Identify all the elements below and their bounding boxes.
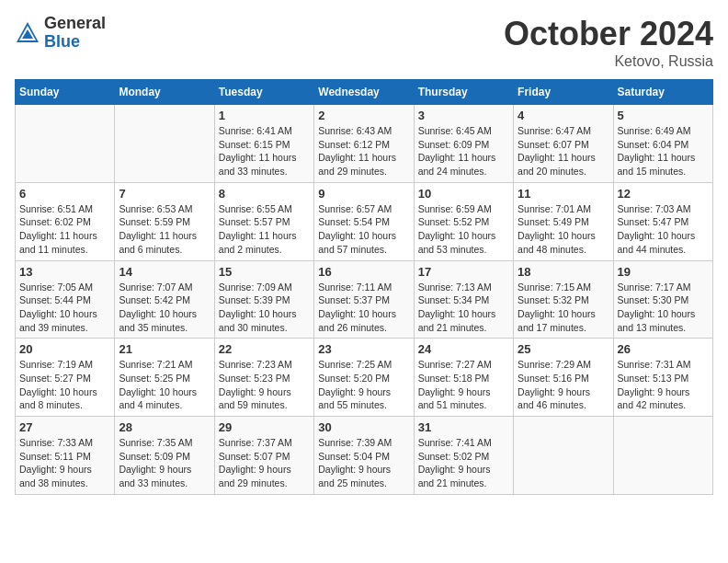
calendar-cell: 23Sunrise: 7:25 AM Sunset: 5:20 PM Dayli… — [314, 339, 414, 417]
logo-text: General Blue — [44, 15, 106, 52]
weekday-row: SundayMondayTuesdayWednesdayThursdayFrid… — [16, 80, 713, 105]
logo-icon — [15, 20, 40, 46]
day-number: 2 — [318, 109, 409, 122]
day-number: 14 — [119, 265, 210, 279]
day-info: Sunrise: 6:41 AM Sunset: 6:15 PM Dayligh… — [219, 124, 310, 178]
day-number: 28 — [119, 420, 210, 434]
calendar-cell: 6Sunrise: 6:51 AM Sunset: 6:02 PM Daylig… — [16, 182, 115, 260]
day-info: Sunrise: 7:39 AM Sunset: 5:04 PM Dayligh… — [318, 436, 409, 490]
weekday-header-wednesday: Wednesday — [314, 80, 414, 105]
day-number: 15 — [219, 265, 310, 279]
day-number: 6 — [19, 187, 110, 201]
day-number: 8 — [219, 187, 310, 201]
day-info: Sunrise: 7:29 AM Sunset: 5:16 PM Dayligh… — [518, 358, 609, 412]
logo-general-text: General — [44, 15, 106, 33]
calendar-cell: 19Sunrise: 7:17 AM Sunset: 5:30 PM Dayli… — [613, 260, 712, 339]
weekday-header-monday: Monday — [115, 80, 214, 105]
day-number: 1 — [219, 109, 310, 122]
calendar-cell: 3Sunrise: 6:45 AM Sunset: 6:09 PM Daylig… — [414, 105, 513, 183]
day-number: 31 — [418, 420, 509, 434]
day-number: 7 — [119, 187, 210, 201]
day-number: 16 — [318, 265, 409, 279]
title-block: October 2024 Ketovo, Russia — [504, 15, 713, 70]
day-info: Sunrise: 6:53 AM Sunset: 5:59 PM Dayligh… — [119, 202, 210, 257]
day-info: Sunrise: 7:17 AM Sunset: 5:30 PM Dayligh… — [618, 281, 709, 335]
calendar-title: October 2024 — [504, 15, 713, 53]
logo-blue-text: Blue — [44, 33, 106, 52]
day-info: Sunrise: 7:41 AM Sunset: 5:02 PM Dayligh… — [418, 436, 509, 490]
day-info: Sunrise: 7:31 AM Sunset: 5:13 PM Dayligh… — [618, 358, 709, 412]
day-info: Sunrise: 7:33 AM Sunset: 5:11 PM Dayligh… — [19, 436, 110, 490]
day-info: Sunrise: 7:13 AM Sunset: 5:34 PM Dayligh… — [418, 281, 509, 335]
calendar-cell: 7Sunrise: 6:53 AM Sunset: 5:59 PM Daylig… — [115, 182, 214, 260]
day-info: Sunrise: 6:55 AM Sunset: 5:57 PM Dayligh… — [219, 202, 310, 257]
calendar-cell: 18Sunrise: 7:15 AM Sunset: 5:32 PM Dayli… — [514, 260, 613, 339]
calendar-cell: 15Sunrise: 7:09 AM Sunset: 5:39 PM Dayli… — [214, 260, 313, 339]
page-header: General Blue October 2024 Ketovo, Russia — [15, 15, 713, 70]
calendar-cell: 21Sunrise: 7:21 AM Sunset: 5:25 PM Dayli… — [115, 339, 214, 417]
day-info: Sunrise: 6:49 AM Sunset: 6:04 PM Dayligh… — [618, 124, 709, 178]
calendar-cell — [613, 417, 712, 495]
day-number: 17 — [418, 265, 509, 279]
day-number: 20 — [19, 342, 110, 356]
day-number: 25 — [518, 342, 609, 356]
calendar-location: Ketovo, Russia — [504, 53, 713, 70]
day-number: 29 — [219, 420, 310, 434]
day-number: 4 — [518, 109, 609, 122]
calendar-cell: 8Sunrise: 6:55 AM Sunset: 5:57 PM Daylig… — [214, 182, 313, 260]
day-info: Sunrise: 7:35 AM Sunset: 5:09 PM Dayligh… — [119, 436, 210, 490]
day-number: 22 — [219, 342, 310, 356]
day-info: Sunrise: 7:11 AM Sunset: 5:37 PM Dayligh… — [318, 281, 409, 335]
day-number: 12 — [618, 187, 709, 201]
calendar-cell: 29Sunrise: 7:37 AM Sunset: 5:07 PM Dayli… — [214, 417, 313, 495]
day-number: 23 — [318, 342, 409, 356]
calendar-table: SundayMondayTuesdayWednesdayThursdayFrid… — [15, 79, 713, 495]
calendar-cell: 20Sunrise: 7:19 AM Sunset: 5:27 PM Dayli… — [16, 339, 115, 417]
calendar-cell: 11Sunrise: 7:01 AM Sunset: 5:49 PM Dayli… — [514, 182, 613, 260]
weekday-header-tuesday: Tuesday — [214, 80, 313, 105]
day-info: Sunrise: 6:57 AM Sunset: 5:54 PM Dayligh… — [318, 202, 409, 257]
day-number: 19 — [618, 265, 709, 279]
day-info: Sunrise: 6:45 AM Sunset: 6:09 PM Dayligh… — [418, 124, 509, 178]
calendar-cell: 14Sunrise: 7:07 AM Sunset: 5:42 PM Dayli… — [115, 260, 214, 339]
calendar-row: 20Sunrise: 7:19 AM Sunset: 5:27 PM Dayli… — [16, 339, 713, 417]
day-info: Sunrise: 6:59 AM Sunset: 5:52 PM Dayligh… — [418, 202, 509, 257]
day-info: Sunrise: 6:43 AM Sunset: 6:12 PM Dayligh… — [318, 124, 409, 178]
calendar-cell: 4Sunrise: 6:47 AM Sunset: 6:07 PM Daylig… — [514, 105, 613, 183]
calendar-cell: 2Sunrise: 6:43 AM Sunset: 6:12 PM Daylig… — [314, 105, 414, 183]
weekday-header-friday: Friday — [514, 80, 613, 105]
day-number: 30 — [318, 420, 409, 434]
calendar-cell — [514, 417, 613, 495]
calendar-body: 1Sunrise: 6:41 AM Sunset: 6:15 PM Daylig… — [16, 105, 713, 495]
day-number: 11 — [518, 187, 609, 201]
calendar-cell: 13Sunrise: 7:05 AM Sunset: 5:44 PM Dayli… — [16, 260, 115, 339]
day-info: Sunrise: 6:47 AM Sunset: 6:07 PM Dayligh… — [518, 124, 609, 178]
day-number: 18 — [518, 265, 609, 279]
weekday-header-saturday: Saturday — [613, 80, 712, 105]
calendar-cell: 30Sunrise: 7:39 AM Sunset: 5:04 PM Dayli… — [314, 417, 414, 495]
day-info: Sunrise: 7:09 AM Sunset: 5:39 PM Dayligh… — [219, 281, 310, 335]
calendar-cell: 24Sunrise: 7:27 AM Sunset: 5:18 PM Dayli… — [414, 339, 513, 417]
day-number: 13 — [19, 265, 110, 279]
calendar-cell — [16, 105, 115, 183]
day-info: Sunrise: 7:05 AM Sunset: 5:44 PM Dayligh… — [19, 281, 110, 335]
calendar-cell: 1Sunrise: 6:41 AM Sunset: 6:15 PM Daylig… — [214, 105, 313, 183]
day-info: Sunrise: 7:21 AM Sunset: 5:25 PM Dayligh… — [119, 358, 210, 412]
day-number: 24 — [418, 342, 509, 356]
day-info: Sunrise: 7:03 AM Sunset: 5:47 PM Dayligh… — [618, 202, 709, 257]
day-info: Sunrise: 7:25 AM Sunset: 5:20 PM Dayligh… — [318, 358, 409, 412]
calendar-cell: 5Sunrise: 6:49 AM Sunset: 6:04 PM Daylig… — [613, 105, 712, 183]
day-info: Sunrise: 7:01 AM Sunset: 5:49 PM Dayligh… — [518, 202, 609, 257]
calendar-cell: 12Sunrise: 7:03 AM Sunset: 5:47 PM Dayli… — [613, 182, 712, 260]
calendar-cell: 16Sunrise: 7:11 AM Sunset: 5:37 PM Dayli… — [314, 260, 414, 339]
day-info: Sunrise: 7:37 AM Sunset: 5:07 PM Dayligh… — [219, 436, 310, 490]
calendar-row: 13Sunrise: 7:05 AM Sunset: 5:44 PM Dayli… — [16, 260, 713, 339]
calendar-cell — [115, 105, 214, 183]
day-number: 3 — [418, 109, 509, 122]
weekday-header-thursday: Thursday — [414, 80, 513, 105]
calendar-cell: 27Sunrise: 7:33 AM Sunset: 5:11 PM Dayli… — [16, 417, 115, 495]
day-number: 5 — [618, 109, 709, 122]
calendar-header: SundayMondayTuesdayWednesdayThursdayFrid… — [16, 80, 713, 105]
day-number: 10 — [418, 187, 509, 201]
calendar-cell: 31Sunrise: 7:41 AM Sunset: 5:02 PM Dayli… — [414, 417, 513, 495]
